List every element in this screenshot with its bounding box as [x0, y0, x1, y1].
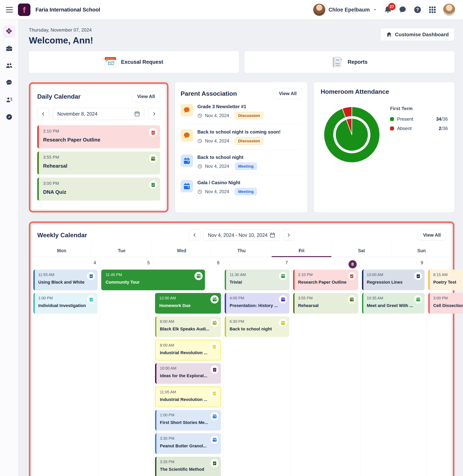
weekly-event[interactable]: 8:15 AMPoetry Test	[428, 269, 463, 290]
report-cards-icon: MBReportCards	[331, 56, 343, 68]
weekly-event[interactable]: 10:00 AMIdeas for the Explorat...	[155, 363, 221, 384]
weekly-event[interactable]: 3:00 PMCell Dissection Exam	[428, 293, 463, 314]
weekly-event[interactable]: 8:00 AMBlack Elk Speaks Audi...	[155, 316, 221, 337]
sidebar-item-directory[interactable]	[3, 94, 15, 106]
chevron-right-icon	[286, 233, 291, 238]
parent-association-item-body: Back to school nightNov 4, 2024Meeting	[197, 155, 257, 170]
sidebar-item-classes[interactable]	[3, 43, 15, 55]
parent-association-item[interactable]: Grade 3 Newsletter #1Nov 4, 2024Discussi…	[181, 99, 302, 124]
apps-grid-icon[interactable]	[428, 6, 436, 14]
sidebar-item-explore[interactable]	[3, 111, 15, 124]
weekly-event[interactable]: 12:00 AMHomework Due	[155, 293, 221, 314]
daily-prev-button[interactable]	[37, 108, 49, 120]
weekly-prev-button[interactable]	[189, 229, 200, 241]
today-date-badge: 8	[348, 260, 357, 268]
menu-icon[interactable]	[6, 7, 13, 12]
event-time: 11:05 AM	[160, 390, 209, 394]
weekly-event[interactable]: 3:35 PMPeanut Butter Granol...	[155, 433, 221, 454]
category-badge: Meeting	[235, 163, 257, 170]
weekly-event[interactable]: 1:00 PMFirst Short Stories Me...	[155, 410, 221, 431]
chevron-left-icon	[192, 233, 197, 238]
sidebar-item-messages[interactable]	[3, 77, 15, 89]
weekly-columns: 411:55 AMUsing Black and White1:00 PMInd…	[32, 257, 452, 476]
weekly-range-picker[interactable]: Nov 4, 2024 - Nov 10, 2024	[204, 229, 280, 241]
daily-event[interactable]: 3:00 PMDNA Quiz	[37, 178, 160, 200]
quick-action-excusal-request[interactable]: AttendanceExcusal Request	[29, 51, 239, 73]
parent-association-view-all-button[interactable]: View All	[274, 88, 302, 99]
weekly-day-header-sat[interactable]: Sat	[331, 245, 392, 257]
clipboard-event-icon	[149, 128, 157, 137]
event-time: 3:55 PM	[298, 296, 346, 300]
weekly-event[interactable]: 6:30 PMBack to school night	[225, 316, 289, 337]
svg-text:MB: MB	[336, 59, 339, 61]
weekly-event[interactable]: 1:00 PMIndividual Investigation	[33, 293, 98, 314]
sidebar-item-groups[interactable]	[3, 60, 15, 72]
event-title: Meet and Greet With ...	[367, 303, 413, 308]
legend-row: Present34/36	[390, 116, 448, 122]
weekly-event[interactable]: 10:00 AMRegression Lines	[362, 269, 425, 290]
daily-view-all-button[interactable]: View All	[132, 91, 160, 102]
daily-events-list: 2:10 PMResearch Paper Outline3:55 PMRehe…	[37, 125, 160, 204]
clipboard-event-icon	[87, 295, 95, 303]
diamonds-icon	[6, 28, 13, 35]
parent-association-item[interactable]: Back to school night is coming soon!Nov …	[181, 124, 302, 150]
profile-avatar[interactable]	[443, 4, 455, 16]
weekly-day-header-sun[interactable]: Sun	[392, 245, 452, 257]
weekly-column-mon: 411:55 AMUsing Black and White1:00 PMInd…	[32, 257, 100, 476]
weekly-day-header-fri[interactable]: Fri	[272, 245, 331, 257]
weekly-event[interactable]: 4:00 PMPresentation: History ...	[225, 293, 289, 314]
event-time: 3:35 PM	[160, 460, 209, 464]
weekly-event[interactable]: 11:45 PMCommunity Tour	[101, 269, 205, 290]
parent-association-item-meta: Nov 4, 2024Discussion	[197, 137, 281, 145]
user-avatar[interactable]	[313, 4, 325, 16]
daily-calendar-title: Daily Calendar	[37, 93, 80, 100]
calendar-event-icon	[149, 154, 157, 163]
quick-action-reports[interactable]: MBReportCardsReports	[244, 51, 454, 73]
messages-chat-icon[interactable]	[399, 6, 407, 14]
sidebar-item-dashboard[interactable]	[3, 25, 15, 38]
column-date: 6	[153, 257, 223, 269]
daily-event[interactable]: 3:55 PMRehearsal	[37, 151, 160, 174]
main-content: Thursday, November 07, 2024 Welcome, Ann…	[18, 19, 463, 476]
user-menu[interactable]: Chloe Epelbaum	[313, 4, 377, 16]
weekly-event[interactable]: 10:35 AMMeet and Greet With ...	[362, 293, 425, 314]
quick-actions: AttendanceExcusal RequestMBReportCardsRe…	[29, 51, 454, 73]
parent-association-item[interactable]: Back to school nightNov 4, 2024Meeting	[181, 150, 302, 175]
weekly-day-header-mon[interactable]: Mon	[32, 245, 92, 257]
page: f Faria International School Chloe Epelb…	[0, 0, 463, 476]
event-time: 4:00 PM	[230, 296, 278, 300]
user-name: Chloe Epelbaum	[329, 7, 370, 13]
calendar-event-icon	[279, 272, 287, 280]
weekly-view-all-button[interactable]: View All	[418, 230, 446, 241]
weekly-day-header-wed[interactable]: Wed	[152, 245, 212, 257]
daily-event[interactable]: 2:10 PMResearch Paper Outline	[37, 125, 160, 148]
weekly-event[interactable]: 3:35 PMThe Scientific Method	[155, 457, 221, 476]
weekly-event[interactable]: 2:10 PMResearch Paper Outline	[293, 269, 358, 290]
event-title: Rehearsal	[298, 303, 346, 308]
notifications-bell-icon[interactable]: 27	[384, 6, 392, 14]
daily-date-picker[interactable]: November 8, 2024	[53, 108, 144, 120]
clock-icon	[197, 189, 202, 194]
weekly-event[interactable]: 8:00 AMIndustrial Revolution ...	[155, 340, 221, 360]
chevron-right-icon	[151, 111, 157, 116]
parent-association-item-body: Gala / Casino NightNov 4, 2024Meeting	[197, 180, 257, 195]
event-time: 3:00 PM	[43, 181, 146, 186]
parent-association-item[interactable]: Gala / Casino NightNov 4, 2024Meeting	[181, 175, 302, 200]
event-time: 10:00 AM	[160, 366, 209, 371]
help-icon[interactable]: ?	[413, 6, 422, 14]
customise-dashboard-button[interactable]: Customise Dashboard	[380, 28, 454, 41]
column-events: 11:55 AMUsing Black and White1:00 PMIndi…	[32, 269, 99, 320]
weekly-day-header-tue[interactable]: Tue	[92, 245, 151, 257]
weekly-next-button[interactable]	[283, 229, 294, 241]
weekly-event[interactable]: 3:55 PMRehearsal	[293, 293, 358, 314]
daily-next-button[interactable]	[148, 108, 160, 120]
event-title: First Short Stories Me...	[160, 420, 209, 425]
weekly-event[interactable]: 11:30 AMTrivia!	[225, 269, 289, 290]
weekly-event[interactable]: 11:55 AMUsing Black and White	[33, 269, 98, 290]
calendar-outline-icon	[269, 232, 275, 238]
legend-color-chip	[390, 127, 394, 130]
people-icon	[6, 62, 13, 70]
event-title: Using Black and White	[38, 280, 86, 285]
weekly-event[interactable]: 11:05 AMIndustrial Revolution ...	[155, 387, 221, 407]
weekly-day-header-thu[interactable]: Thu	[212, 245, 271, 257]
